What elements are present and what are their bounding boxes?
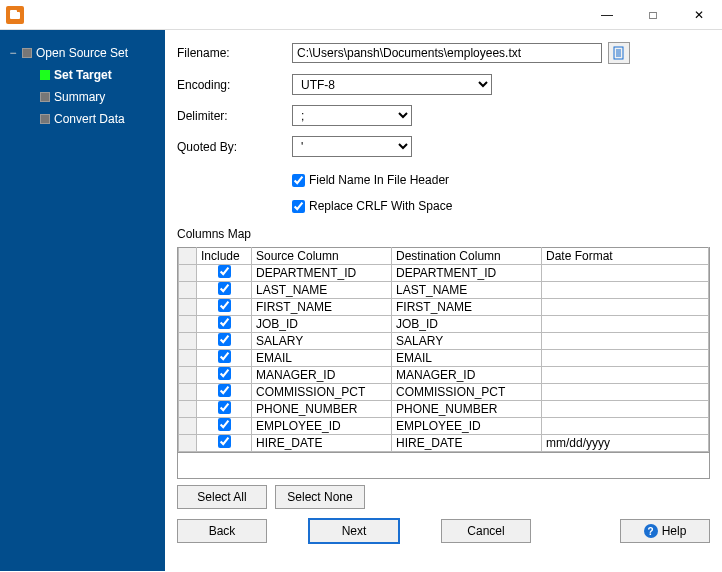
destination-cell[interactable]: EMPLOYEE_ID: [392, 418, 542, 435]
table-row[interactable]: LAST_NAMELAST_NAME: [179, 282, 709, 299]
sidebar-label: Set Target: [54, 68, 112, 82]
dateformat-cell[interactable]: mm/dd/yyyy: [542, 435, 709, 452]
step-box-icon: [40, 92, 50, 102]
filename-label: Filename:: [177, 46, 292, 60]
sidebar-label: Open Source Set: [36, 46, 128, 60]
include-checkbox[interactable]: [218, 333, 231, 346]
row-header[interactable]: [179, 435, 197, 452]
table-row[interactable]: EMPLOYEE_IDEMPLOYEE_ID: [179, 418, 709, 435]
row-header[interactable]: [179, 282, 197, 299]
col-destination[interactable]: Destination Column: [392, 248, 542, 265]
table-row[interactable]: JOB_IDJOB_ID: [179, 316, 709, 333]
maximize-button[interactable]: □: [630, 0, 676, 30]
row-header[interactable]: [179, 299, 197, 316]
next-button[interactable]: Next: [309, 519, 399, 543]
row-header[interactable]: [179, 316, 197, 333]
table-row[interactable]: PHONE_NUMBERPHONE_NUMBER: [179, 401, 709, 418]
encoding-select[interactable]: UTF-8: [292, 74, 492, 95]
row-header[interactable]: [179, 418, 197, 435]
table-row[interactable]: SALARYSALARY: [179, 333, 709, 350]
include-checkbox[interactable]: [218, 401, 231, 414]
destination-cell[interactable]: PHONE_NUMBER: [392, 401, 542, 418]
table-row[interactable]: HIRE_DATEHIRE_DATEmm/dd/yyyy: [179, 435, 709, 452]
sidebar-item-step[interactable]: Summary: [24, 86, 159, 108]
col-dateformat[interactable]: Date Format: [542, 248, 709, 265]
source-cell[interactable]: MANAGER_ID: [252, 367, 392, 384]
source-cell[interactable]: FIRST_NAME: [252, 299, 392, 316]
delimiter-select[interactable]: ;: [292, 105, 412, 126]
include-checkbox[interactable]: [218, 367, 231, 380]
include-checkbox[interactable]: [218, 350, 231, 363]
include-checkbox[interactable]: [218, 316, 231, 329]
delimiter-label: Delimiter:: [177, 109, 292, 123]
replace-crlf-checkbox[interactable]: [292, 200, 305, 213]
help-button[interactable]: ? Help: [620, 519, 710, 543]
table-row[interactable]: FIRST_NAMEFIRST_NAME: [179, 299, 709, 316]
source-cell[interactable]: LAST_NAME: [252, 282, 392, 299]
row-header[interactable]: [179, 401, 197, 418]
source-cell[interactable]: HIRE_DATE: [252, 435, 392, 452]
browse-file-button[interactable]: [608, 42, 630, 64]
destination-cell[interactable]: HIRE_DATE: [392, 435, 542, 452]
minimize-button[interactable]: —: [584, 0, 630, 30]
row-header-blank: [179, 248, 197, 265]
sidebar-item-step[interactable]: Convert Data: [24, 108, 159, 130]
field-header-checkbox[interactable]: [292, 174, 305, 187]
col-source[interactable]: Source Column: [252, 248, 392, 265]
dateformat-cell[interactable]: [542, 418, 709, 435]
row-header[interactable]: [179, 265, 197, 282]
source-cell[interactable]: SALARY: [252, 333, 392, 350]
table-row[interactable]: MANAGER_IDMANAGER_ID: [179, 367, 709, 384]
dateformat-cell[interactable]: [542, 299, 709, 316]
filename-input[interactable]: [292, 43, 602, 63]
back-button[interactable]: Back: [177, 519, 267, 543]
dateformat-cell[interactable]: [542, 265, 709, 282]
destination-cell[interactable]: DEPARTMENT_ID: [392, 265, 542, 282]
quoted-by-select[interactable]: ': [292, 136, 412, 157]
table-row[interactable]: EMAILEMAIL: [179, 350, 709, 367]
col-include[interactable]: Include: [197, 248, 252, 265]
source-cell[interactable]: JOB_ID: [252, 316, 392, 333]
destination-cell[interactable]: FIRST_NAME: [392, 299, 542, 316]
source-cell[interactable]: PHONE_NUMBER: [252, 401, 392, 418]
destination-cell[interactable]: MANAGER_ID: [392, 367, 542, 384]
include-checkbox[interactable]: [218, 384, 231, 397]
destination-cell[interactable]: SALARY: [392, 333, 542, 350]
destination-cell[interactable]: COMMISSION_PCT: [392, 384, 542, 401]
destination-cell[interactable]: EMAIL: [392, 350, 542, 367]
select-all-button[interactable]: Select All: [177, 485, 267, 509]
cancel-button[interactable]: Cancel: [441, 519, 531, 543]
include-checkbox[interactable]: [218, 299, 231, 312]
include-checkbox[interactable]: [218, 418, 231, 431]
table-row[interactable]: DEPARTMENT_IDDEPARTMENT_ID: [179, 265, 709, 282]
destination-cell[interactable]: LAST_NAME: [392, 282, 542, 299]
row-header[interactable]: [179, 333, 197, 350]
row-header[interactable]: [179, 350, 197, 367]
source-cell[interactable]: EMAIL: [252, 350, 392, 367]
tree-collapse-icon[interactable]: −: [8, 46, 18, 60]
source-cell[interactable]: COMMISSION_PCT: [252, 384, 392, 401]
dateformat-cell[interactable]: [542, 282, 709, 299]
include-checkbox[interactable]: [218, 265, 231, 278]
dateformat-cell[interactable]: [542, 316, 709, 333]
select-none-button[interactable]: Select None: [275, 485, 365, 509]
destination-cell[interactable]: JOB_ID: [392, 316, 542, 333]
sidebar-item-open-source-set[interactable]: − Open Source Set: [6, 42, 159, 64]
source-cell[interactable]: EMPLOYEE_ID: [252, 418, 392, 435]
include-checkbox[interactable]: [218, 282, 231, 295]
row-header[interactable]: [179, 367, 197, 384]
dateformat-cell[interactable]: [542, 401, 709, 418]
source-cell[interactable]: DEPARTMENT_ID: [252, 265, 392, 282]
row-header[interactable]: [179, 384, 197, 401]
field-header-label[interactable]: Field Name In File Header: [309, 173, 449, 187]
dateformat-cell[interactable]: [542, 384, 709, 401]
dateformat-cell[interactable]: [542, 333, 709, 350]
sidebar-item-step[interactable]: Set Target: [24, 64, 159, 86]
dateformat-cell[interactable]: [542, 367, 709, 384]
include-checkbox[interactable]: [218, 435, 231, 448]
replace-crlf-label[interactable]: Replace CRLF With Space: [309, 199, 452, 213]
svg-rect-0: [10, 12, 20, 19]
close-button[interactable]: ✕: [676, 0, 722, 30]
table-row[interactable]: COMMISSION_PCTCOMMISSION_PCT: [179, 384, 709, 401]
dateformat-cell[interactable]: [542, 350, 709, 367]
